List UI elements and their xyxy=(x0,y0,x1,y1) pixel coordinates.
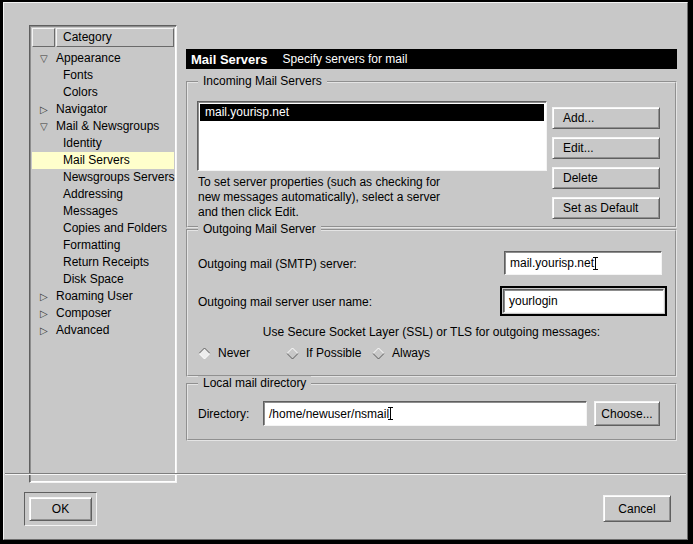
cancel-button[interactable]: Cancel xyxy=(603,495,671,522)
sidebar-item-return-receipts[interactable]: Return Receipts xyxy=(32,254,174,271)
radio-diamond-icon xyxy=(286,347,299,360)
expanded-triangle-icon[interactable]: ▽ xyxy=(40,50,52,67)
ok-button[interactable]: OK xyxy=(29,497,92,521)
ok-default-ring: OK xyxy=(24,492,97,526)
group-label: Outgoing Mail Server xyxy=(198,222,321,236)
sidebar-item-roaming-user[interactable]: ▷ Roaming User xyxy=(32,288,174,305)
tree-header: Category xyxy=(32,28,174,47)
help-line: and then click Edit. xyxy=(198,205,440,220)
sidebar-item-label: Formatting xyxy=(63,237,120,254)
sidebar-item-label: Return Receipts xyxy=(63,254,149,271)
directory-input[interactable]: /home/newuser/nsmail xyxy=(263,401,587,426)
sidebar-item-label: Disk Space xyxy=(63,271,124,288)
ssl-never-radio[interactable]: Never xyxy=(198,345,250,361)
sidebar-item-label: Colors xyxy=(63,84,98,101)
smtp-server-label: Outgoing mail (SMTP) server: xyxy=(198,257,357,271)
list-item[interactable]: mail.yourisp.net xyxy=(200,104,544,121)
page-title-bar: Mail Servers Specify servers for mail xyxy=(186,49,677,69)
radio-selected-diamond-icon xyxy=(198,347,211,360)
local-mail-directory-group: Local mail directory Directory: /home/ne… xyxy=(186,383,677,441)
ssl-if-possible-radio[interactable]: If Possible xyxy=(286,345,361,361)
incoming-servers-list[interactable]: mail.yourisp.net xyxy=(197,101,547,171)
expanded-triangle-icon[interactable]: ▽ xyxy=(40,118,52,135)
sidebar-item-messages[interactable]: Messages xyxy=(32,203,174,220)
incoming-mail-servers-group: Incoming Mail Servers mail.yourisp.net T… xyxy=(186,81,677,228)
preferences-dialog: Category ▽ Appearance Fonts Colors ▷ Nav… xyxy=(0,0,693,544)
sidebar-item-composer[interactable]: ▷ Composer xyxy=(32,305,174,322)
radio-diamond-icon xyxy=(372,347,385,360)
page-title: Mail Servers xyxy=(191,52,268,67)
smtp-server-input[interactable]: mail.yourisp.net xyxy=(504,251,662,275)
sidebar-item-label: Roaming User xyxy=(56,288,133,305)
sidebar-item-label: Advanced xyxy=(56,322,109,339)
group-label: Incoming Mail Servers xyxy=(198,74,327,88)
text-cursor-icon xyxy=(595,257,596,270)
smtp-server-value: mail.yourisp.net xyxy=(510,256,594,270)
sidebar-item-addressing[interactable]: Addressing xyxy=(32,186,174,203)
sidebar-item-label: Mail Servers xyxy=(63,152,130,169)
radio-label: Never xyxy=(218,346,250,360)
category-tree-panel: Category ▽ Appearance Fonts Colors ▷ Nav… xyxy=(29,25,177,483)
collapsed-triangle-icon[interactable]: ▷ xyxy=(40,305,52,322)
tree-header-category: Category xyxy=(56,28,174,47)
tree-header-blank-cell xyxy=(32,28,55,47)
sidebar-item-label: Newsgroups Servers xyxy=(63,169,174,186)
sidebar-item-label: Copies and Folders xyxy=(63,220,167,237)
page-subtitle: Specify servers for mail xyxy=(283,52,408,66)
sidebar-item-newsgroups-servers[interactable]: Newsgroups Servers xyxy=(32,169,174,186)
smtp-username-label: Outgoing mail server user name: xyxy=(198,295,372,309)
radio-label: If Possible xyxy=(306,346,361,360)
choose-button[interactable]: Choose... xyxy=(594,401,660,426)
sidebar-item-formatting[interactable]: Formatting xyxy=(32,237,174,254)
ssl-tls-label: Use Secure Socket Layer (SSL) or TLS for… xyxy=(188,325,675,339)
sidebar-item-identity[interactable]: Identity xyxy=(32,135,174,152)
sidebar-item-fonts[interactable]: Fonts xyxy=(32,67,174,84)
sidebar-item-mail-newsgroups[interactable]: ▽ Mail & Newsgroups xyxy=(32,118,174,135)
text-cursor-icon xyxy=(390,407,391,420)
sidebar-item-disk-space[interactable]: Disk Space xyxy=(32,271,174,288)
directory-value: /home/newuser/nsmail xyxy=(269,407,389,421)
ssl-always-radio[interactable]: Always xyxy=(372,345,430,361)
sidebar-item-label: Fonts xyxy=(63,67,93,84)
outgoing-mail-server-group: Outgoing Mail Server Outgoing mail (SMTP… xyxy=(186,229,677,377)
sidebar-item-appearance[interactable]: ▽ Appearance xyxy=(32,50,174,67)
sidebar-item-colors[interactable]: Colors xyxy=(32,84,174,101)
delete-button[interactable]: Delete xyxy=(552,167,660,189)
help-line: new messages automatically), select a se… xyxy=(198,190,440,205)
add-button[interactable]: Add... xyxy=(552,107,660,129)
sidebar-item-label: Identity xyxy=(63,135,102,152)
directory-label: Directory: xyxy=(198,407,249,421)
collapsed-triangle-icon[interactable]: ▷ xyxy=(40,322,52,339)
sidebar-item-navigator[interactable]: ▷ Navigator xyxy=(32,101,174,118)
help-line: To set server properties (such as checki… xyxy=(198,175,440,190)
edit-button[interactable]: Edit... xyxy=(552,137,660,159)
smtp-username-input[interactable]: yourlogin xyxy=(503,289,664,313)
collapsed-triangle-icon[interactable]: ▷ xyxy=(40,101,52,118)
sidebar-item-advanced[interactable]: ▷ Advanced xyxy=(32,322,174,339)
sidebar-item-label: Appearance xyxy=(56,50,121,67)
sidebar-item-label: Navigator xyxy=(56,101,107,118)
sidebar-item-label: Composer xyxy=(56,305,111,322)
sidebar-item-label: Addressing xyxy=(63,186,123,203)
smtp-username-focus-ring: yourlogin xyxy=(500,286,667,316)
server-properties-help: To set server properties (such as checki… xyxy=(198,175,440,220)
sidebar-item-mail-servers[interactable]: Mail Servers xyxy=(32,152,174,169)
sidebar-item-label: Mail & Newsgroups xyxy=(56,118,159,135)
sidebar-item-copies-and-folders[interactable]: Copies and Folders xyxy=(32,220,174,237)
set-as-default-button[interactable]: Set as Default xyxy=(552,197,660,219)
group-label: Local mail directory xyxy=(198,376,311,390)
sidebar-item-label: Messages xyxy=(63,203,118,220)
collapsed-triangle-icon[interactable]: ▷ xyxy=(40,288,52,305)
footer-separator xyxy=(5,473,686,475)
tree-rows: ▽ Appearance Fonts Colors ▷ Navigator ▽ … xyxy=(32,50,174,480)
dialog-surface: Category ▽ Appearance Fonts Colors ▷ Nav… xyxy=(3,2,688,540)
radio-label: Always xyxy=(392,346,430,360)
smtp-username-value: yourlogin xyxy=(509,294,558,308)
